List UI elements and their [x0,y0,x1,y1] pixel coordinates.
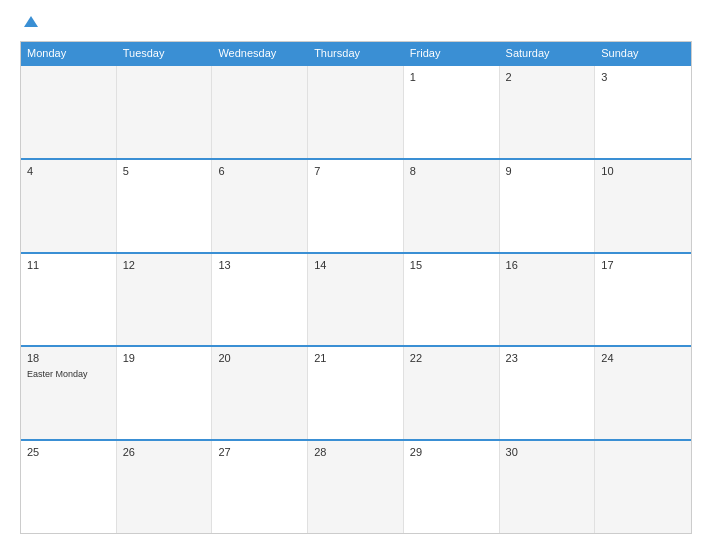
day-cell [212,66,308,158]
day-number: 3 [601,70,685,85]
day-number: 26 [123,445,206,460]
day-cell: 12 [117,254,213,346]
day-number: 2 [506,70,589,85]
header-thursday: Thursday [308,42,404,64]
day-number: 24 [601,351,685,366]
day-cell [21,66,117,158]
day-number: 19 [123,351,206,366]
day-cell: 21 [308,347,404,439]
day-number: 21 [314,351,397,366]
logo-triangle-icon [24,16,38,27]
day-cell: 4 [21,160,117,252]
day-number: 10 [601,164,685,179]
day-number: 8 [410,164,493,179]
day-cell [308,66,404,158]
week-row-5: 252627282930 [21,439,691,533]
calendar-grid: Monday Tuesday Wednesday Thursday Friday… [20,41,692,534]
day-number: 27 [218,445,301,460]
day-cell: 2 [500,66,596,158]
day-cell: 9 [500,160,596,252]
day-cell: 14 [308,254,404,346]
day-cell: 16 [500,254,596,346]
day-cell: 24 [595,347,691,439]
day-number: 11 [27,258,110,273]
day-number: 1 [410,70,493,85]
day-event-label: Easter Monday [27,369,110,381]
header-tuesday: Tuesday [117,42,213,64]
calendar-page: Monday Tuesday Wednesday Thursday Friday… [0,0,712,550]
day-number: 13 [218,258,301,273]
day-number: 20 [218,351,301,366]
day-cell: 15 [404,254,500,346]
day-cell: 1 [404,66,500,158]
day-number: 5 [123,164,206,179]
day-cell: 10 [595,160,691,252]
day-cell: 28 [308,441,404,533]
day-number: 7 [314,164,397,179]
header-friday: Friday [404,42,500,64]
day-cell: 25 [21,441,117,533]
logo [20,16,38,29]
day-cell: 7 [308,160,404,252]
day-cell: 3 [595,66,691,158]
header-monday: Monday [21,42,117,64]
day-cell: 13 [212,254,308,346]
week-row-2: 45678910 [21,158,691,252]
day-number: 14 [314,258,397,273]
day-cell: 29 [404,441,500,533]
day-number: 12 [123,258,206,273]
day-cell: 26 [117,441,213,533]
day-number: 28 [314,445,397,460]
day-number: 25 [27,445,110,460]
week-row-3: 11121314151617 [21,252,691,346]
calendar-header [20,16,692,29]
days-header-row: Monday Tuesday Wednesday Thursday Friday… [21,42,691,64]
day-cell: 23 [500,347,596,439]
calendar-weeks: 123456789101112131415161718Easter Monday… [21,64,691,533]
day-number: 22 [410,351,493,366]
week-row-1: 123 [21,64,691,158]
day-number: 30 [506,445,589,460]
day-number: 17 [601,258,685,273]
day-cell: 22 [404,347,500,439]
day-cell: 27 [212,441,308,533]
day-cell: 18Easter Monday [21,347,117,439]
day-cell: 6 [212,160,308,252]
header-sunday: Sunday [595,42,691,64]
day-number: 29 [410,445,493,460]
day-number: 6 [218,164,301,179]
day-cell [117,66,213,158]
day-cell: 5 [117,160,213,252]
day-number: 16 [506,258,589,273]
day-cell: 17 [595,254,691,346]
day-cell: 8 [404,160,500,252]
week-row-4: 18Easter Monday192021222324 [21,345,691,439]
day-number: 15 [410,258,493,273]
day-cell: 19 [117,347,213,439]
day-cell: 20 [212,347,308,439]
day-number: 9 [506,164,589,179]
header-saturday: Saturday [500,42,596,64]
day-cell: 30 [500,441,596,533]
day-cell [595,441,691,533]
day-number: 23 [506,351,589,366]
header-wednesday: Wednesday [212,42,308,64]
day-number: 18 [27,351,110,366]
day-number: 4 [27,164,110,179]
day-cell: 11 [21,254,117,346]
